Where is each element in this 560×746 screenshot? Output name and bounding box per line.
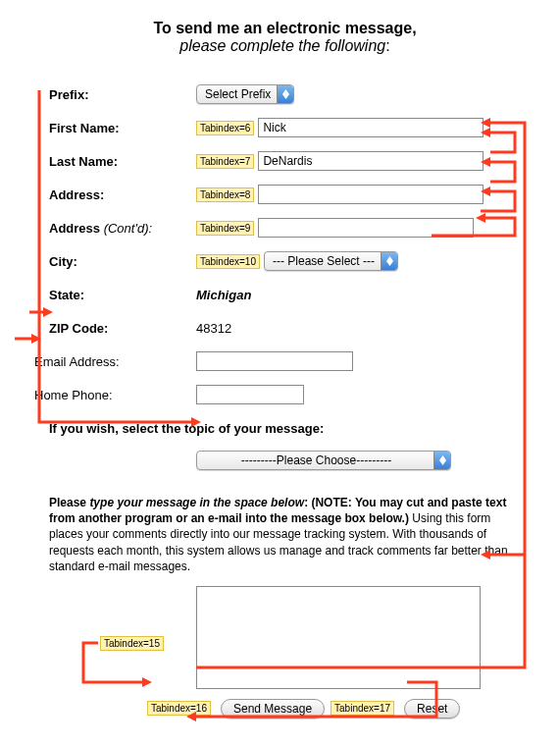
tabindex-17-badge: Tabindex=17 (331, 701, 394, 716)
heading-line2-wrap: please complete the following: (49, 37, 521, 55)
svg-marker-5 (439, 460, 446, 465)
city-label: City: (49, 254, 196, 269)
tabindex-8-badge: Tabindex=8 (196, 187, 254, 202)
last-name-label: Last Name: (49, 154, 196, 169)
send-message-button[interactable]: Send Message (221, 699, 325, 719)
tabindex-15-badge: Tabindex=15 (100, 636, 164, 651)
tabindex-7-badge: Tabindex=7 (196, 154, 254, 169)
zip-value: 48312 (196, 321, 231, 336)
first-name-input[interactable] (258, 118, 484, 137)
tabindex-16-badge: Tabindex=16 (147, 701, 211, 716)
reset-button[interactable]: Reset (404, 699, 460, 719)
address-label: Address: (49, 187, 196, 202)
svg-marker-1 (282, 94, 289, 99)
city-select-text: --- Please Select --- (273, 254, 381, 268)
prefix-label: Prefix: (49, 87, 196, 102)
last-name-input[interactable] (258, 151, 484, 171)
zip-label: ZIP Code: (49, 321, 196, 336)
phone-label: Home Phone: (34, 388, 196, 402)
email-label: Email Address: (34, 354, 196, 369)
heading-line1: To send me an electronic message, (49, 20, 521, 37)
topic-select[interactable]: ---------Please Choose--------- (196, 451, 451, 470)
tabindex-6-badge: Tabindex=6 (196, 121, 254, 135)
heading-colon: : (385, 37, 389, 54)
address2-input[interactable] (258, 218, 474, 238)
first-name-label: First Name: (49, 121, 196, 135)
phone-input[interactable] (196, 385, 304, 404)
message-textarea[interactable] (196, 586, 481, 689)
state-value: Michigan (196, 288, 251, 302)
tabindex-9-badge: Tabindex=9 (196, 221, 254, 236)
page-heading: To send me an electronic message, please… (49, 20, 521, 55)
email-input[interactable] (196, 351, 353, 371)
dropdown-arrows-icon (433, 452, 450, 469)
state-label: State: (49, 288, 196, 302)
heading-line2: please complete the following (179, 37, 385, 54)
dropdown-arrows-icon (277, 85, 293, 103)
address2-label: Address (Cont'd): (49, 221, 196, 236)
prefix-select-text: Select Prefix (205, 87, 277, 101)
city-select[interactable]: --- Please Select --- (264, 251, 398, 271)
svg-marker-3 (386, 261, 393, 266)
tabindex-10-badge: Tabindex=10 (196, 254, 260, 269)
dropdown-arrows-icon (381, 252, 397, 270)
address-input[interactable] (258, 185, 484, 204)
message-instructions: Please type your message in the space be… (49, 495, 521, 574)
topic-heading: If you wish, select the topic of your me… (49, 421, 521, 436)
prefix-select[interactable]: Select Prefix (196, 84, 294, 104)
topic-select-text: ---------Please Choose--------- (205, 453, 433, 467)
